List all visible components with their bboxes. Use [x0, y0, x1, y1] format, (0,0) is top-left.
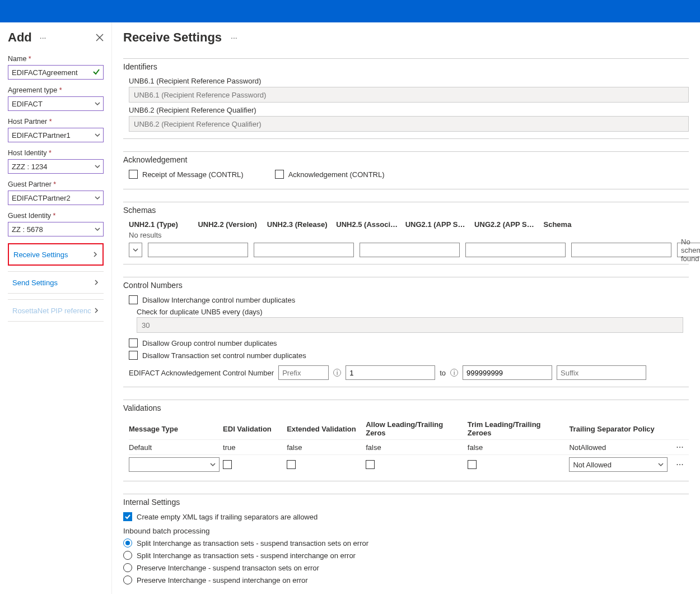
val-edi-checkbox[interactable] [223, 460, 232, 469]
schema-select-text: No schemas found [681, 238, 700, 263]
guest-partner-select[interactable] [8, 191, 104, 205]
guest-identity-select[interactable] [8, 222, 104, 236]
col-header: UNG2.2 (APP Sender… [474, 220, 538, 229]
schema-appsender-id-input[interactable] [465, 243, 566, 257]
val-policy-select[interactable]: Not Allowed [569, 457, 668, 472]
ack-control-label: EDIFACT Acknowledgement Control Number [129, 369, 274, 377]
section-title: Acknowledgement [123, 155, 689, 164]
section-title: Validations [123, 403, 689, 412]
col-header: UNG2.1 (APP Sender ID) [405, 220, 469, 229]
validations-section: Validations Message Type EDI Validation … [123, 400, 689, 481]
col-header: UNH2.2 (Version) [198, 220, 261, 229]
nav-rosettanet[interactable]: RosettaNet PIP references [8, 299, 104, 322]
host-partner-label: Host Partner [8, 118, 47, 126]
val-policy: NotAllowed [569, 443, 668, 452]
to-label: to [440, 369, 446, 377]
ack-prefix-input[interactable] [278, 365, 329, 380]
row-more-icon[interactable]: ··· [671, 442, 689, 452]
nav-receive-settings[interactable]: Receive Settings [8, 243, 104, 266]
schema-select[interactable]: No schemas found [677, 243, 700, 257]
nav-label: Send Settings [12, 279, 58, 287]
val-ext: false [287, 443, 362, 452]
valid-icon [92, 68, 100, 76]
name-label: Name [8, 55, 26, 63]
ack-label: Acknowledgement (CONTRL) [288, 170, 385, 179]
val-policy-select-text: Not Allowed [573, 461, 612, 469]
disallow-group-label: Disallow Group control number duplicates [142, 339, 277, 347]
val-ext-checkbox[interactable] [287, 460, 296, 469]
val-trim: false [468, 443, 566, 452]
row-more-icon[interactable]: ··· [671, 460, 689, 470]
nav-label: Receive Settings [13, 250, 68, 259]
identifiers-section: Identifiers UNB6.1 (Recipient Reference … [123, 58, 689, 139]
info-icon[interactable]: i [450, 369, 458, 377]
check-dup-label: Check for duplicate UNB5 every (days) [137, 308, 683, 316]
host-partner-select[interactable] [8, 128, 104, 142]
disallow-group-checkbox[interactable] [129, 338, 138, 347]
acknowledgement-section: Acknowledgement Receipt of Message (CONT… [123, 151, 689, 189]
check-dup-input[interactable] [137, 317, 683, 333]
receive-settings-blade: Receive Settings ··· Identifiers UNB6.1 … [112, 22, 700, 594]
chevron-right-icon [94, 280, 99, 285]
val-allow: false [366, 443, 464, 452]
chevron-right-icon [92, 252, 98, 257]
more-icon[interactable]: ··· [36, 33, 50, 42]
batch-heading: Inbound batch processing [123, 527, 689, 535]
ack-suffix-input[interactable] [557, 365, 646, 380]
internal-settings-section: Internal Settings Create empty XML tags … [123, 494, 689, 594]
add-blade: Add ··· Name * Agreement type * Host Par… [0, 22, 112, 594]
batch-radio-1[interactable] [123, 539, 132, 547]
schema-type-select[interactable] [129, 243, 142, 257]
nav-send-settings[interactable]: Send Settings [8, 271, 104, 294]
batch-radio-2[interactable] [123, 551, 132, 560]
col-header: Extended Validation [287, 425, 362, 433]
name-input[interactable] [8, 65, 104, 80]
val-edi: true [223, 443, 283, 452]
receipt-checkbox[interactable] [129, 170, 138, 179]
disallow-interchange-checkbox[interactable] [129, 295, 138, 304]
close-icon[interactable] [96, 34, 104, 41]
schema-association-input[interactable] [360, 243, 460, 257]
guest-identity-label: Guest Identity [8, 212, 51, 220]
batch-label-4: Preserve Interchange - suspend interchan… [137, 576, 308, 584]
host-identity-label: Host Identity [8, 149, 46, 157]
val-msgtype: Default [129, 443, 220, 452]
schema-release-input[interactable] [254, 243, 354, 257]
ack-checkbox[interactable] [275, 170, 284, 179]
col-header: Allow Leading/Trailing Zeros [366, 420, 464, 437]
more-icon[interactable]: ··· [227, 33, 241, 42]
section-title: Control Numbers [123, 281, 689, 290]
no-results-text: No results [129, 231, 689, 239]
agreement-type-select[interactable] [8, 96, 104, 111]
schemas-section: Schemas UNH2.1 (Type) UNH2.2 (Version) U… [123, 202, 689, 264]
batch-radio-3[interactable] [123, 563, 132, 572]
col-header: Message Type [129, 425, 220, 433]
disallow-txn-checkbox[interactable] [129, 351, 138, 360]
page-title: Receive Settings [123, 30, 222, 45]
val-allow-checkbox[interactable] [366, 460, 375, 469]
info-icon[interactable]: i [333, 369, 341, 377]
unb62-input[interactable] [129, 116, 689, 132]
guest-partner-label: Guest Partner [8, 180, 52, 188]
ack-to-input[interactable] [463, 365, 552, 380]
col-header: EDI Validation [223, 425, 283, 433]
schema-version-input[interactable] [148, 243, 248, 257]
schema-appsender-input[interactable] [571, 243, 671, 257]
batch-label-3: Preserve Interchange - suspend transacto… [137, 564, 319, 572]
empty-xml-checkbox[interactable] [123, 512, 132, 521]
unb61-input[interactable] [129, 87, 689, 103]
chevron-down-icon [658, 462, 664, 467]
batch-radio-4[interactable] [123, 576, 132, 584]
agreement-type-label: Agreement type [8, 86, 57, 94]
azure-top-bar [0, 0, 700, 22]
val-msgtype-select[interactable] [129, 457, 220, 472]
section-title: Internal Settings [123, 498, 689, 507]
section-title: Identifiers [123, 62, 689, 71]
unb61-label: UNB6.1 (Recipient Reference Password) [129, 77, 689, 85]
batch-label-1: Split Interchange as transaction sets - … [137, 539, 368, 547]
ack-from-input[interactable] [346, 365, 435, 380]
host-identity-select[interactable] [8, 159, 104, 174]
chevron-down-icon [210, 462, 216, 467]
val-trim-checkbox[interactable] [468, 460, 477, 469]
unb62-label: UNB6.2 (Recipient Reference Qualifier) [129, 106, 689, 114]
